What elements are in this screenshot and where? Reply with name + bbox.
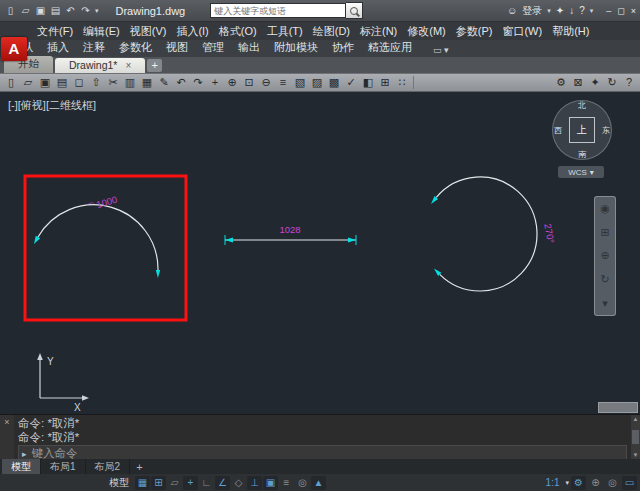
navigation-wheel-icon[interactable]: ◉ xyxy=(600,202,610,215)
plot-icon[interactable]: ▤ xyxy=(54,75,70,90)
ribbon-tab[interactable]: 管理 xyxy=(195,38,231,57)
app-store-icon[interactable]: ✦ xyxy=(556,5,564,16)
designcenter-icon[interactable]: ▧ xyxy=(292,75,308,90)
save-icon[interactable]: ▣ xyxy=(34,4,47,17)
menu-item[interactable]: 帮助(H) xyxy=(547,22,594,41)
zoom-window-icon[interactable]: ⊡ xyxy=(241,75,257,90)
ribbon-tab[interactable]: 参数化 xyxy=(112,38,159,57)
selection-cycling-icon[interactable]: ◎ xyxy=(295,476,310,490)
zoom-icon[interactable]: ⊕ xyxy=(600,249,609,262)
scrollbar-thumb[interactable] xyxy=(632,430,639,444)
viewcube-east-label[interactable]: 东 xyxy=(602,125,610,136)
new-icon[interactable]: ▯ xyxy=(3,75,19,90)
arc-length-dimension[interactable]: ⌒ 1000 xyxy=(86,194,119,213)
infocenter-icon[interactable]: ✦ xyxy=(587,75,603,90)
help-caret-icon[interactable]: ▾ xyxy=(590,7,594,15)
redo-icon[interactable]: ↷ xyxy=(190,75,206,90)
viewcube-top-face[interactable]: 上 xyxy=(569,117,595,143)
canvas-scrollbar-corner[interactable] xyxy=(598,402,638,413)
arc-grip-arrow-right[interactable] xyxy=(156,270,160,278)
ortho-icon[interactable]: ∟ xyxy=(199,476,214,490)
file-tab-close-icon[interactable]: × xyxy=(125,60,131,71)
scale-caret-icon[interactable]: ▾ xyxy=(565,479,569,487)
ribbon-tab[interactable]: 插入 xyxy=(40,38,76,57)
matchprop-icon[interactable]: ✎ xyxy=(156,75,172,90)
viewcube-west-label[interactable]: 西 xyxy=(554,125,562,136)
download-icon[interactable]: ↓ xyxy=(569,5,574,16)
cut-icon[interactable]: ✂ xyxy=(105,75,121,90)
osnap-tracking-icon[interactable]: ⊥ xyxy=(247,476,262,490)
scroll-down-icon[interactable]: ▼ xyxy=(633,452,639,458)
zoom-realtime-icon[interactable]: ⊕ xyxy=(224,75,240,90)
maximize-button[interactable]: ◻ xyxy=(617,6,624,16)
minimize-button[interactable]: – xyxy=(606,6,611,16)
ribbon-tab[interactable]: 输出 xyxy=(231,38,267,57)
snap-icon[interactable]: ⊞ xyxy=(151,476,166,490)
polar-tracking-icon[interactable]: ∠ xyxy=(215,476,230,490)
command-scrollbar[interactable]: ▲ ▼ xyxy=(631,415,640,459)
angular-dimension[interactable]: 270° xyxy=(542,223,556,244)
arc-entity-small[interactable] xyxy=(38,205,158,270)
search-input[interactable] xyxy=(210,3,346,18)
command-panel-grip[interactable]: × xyxy=(0,415,14,459)
grid-icon[interactable]: ▦ xyxy=(135,476,150,490)
open-icon[interactable]: ▱ xyxy=(19,4,32,17)
pan-icon[interactable]: ⊞ xyxy=(600,226,609,239)
layout-tab-model[interactable]: 模型 xyxy=(2,459,41,475)
application-button[interactable]: A xyxy=(1,37,27,61)
help-button[interactable]: ? xyxy=(579,5,585,16)
close-button[interactable]: × xyxy=(631,6,636,16)
lock-ui-icon[interactable]: ⊠ xyxy=(570,75,586,90)
status-model-label[interactable]: 模型 xyxy=(109,476,129,490)
annotation-scale-label[interactable]: 1:1 xyxy=(542,477,564,488)
menu-item[interactable]: 参数(P) xyxy=(451,22,498,41)
pan-icon[interactable]: + xyxy=(207,75,223,90)
viewport-controls-label[interactable]: [-][俯视][二维线框] xyxy=(8,98,96,113)
preview-icon[interactable]: ◻ xyxy=(71,75,87,90)
zoom-previous-icon[interactable]: ⊖ xyxy=(258,75,274,90)
save-icon[interactable]: ▣ xyxy=(37,75,53,90)
tool-palettes-icon[interactable]: ▨ xyxy=(309,75,325,90)
orbit-icon[interactable]: ↻ xyxy=(600,273,609,286)
sheetset-icon[interactable]: ▩ xyxy=(326,75,342,90)
workspace-gear-icon[interactable]: ⚙ xyxy=(571,476,586,490)
help-icon[interactable]: ? xyxy=(621,75,637,90)
fullscreen-icon[interactable]: ▭ xyxy=(622,476,637,490)
ribbon-tab[interactable]: 视图 xyxy=(159,38,195,57)
workspace-icon[interactable]: ⚙ xyxy=(553,75,569,90)
properties-icon[interactable]: ≡ xyxy=(275,75,291,90)
new-icon[interactable]: ▯ xyxy=(4,4,17,17)
layout-tab-layout2[interactable]: 布局2 xyxy=(86,459,131,475)
osnap-icon[interactable]: ▣ xyxy=(263,476,278,490)
undo-icon[interactable]: ↶ xyxy=(173,75,189,90)
new-drawing-tab-button[interactable]: + xyxy=(147,59,162,72)
markup-icon[interactable]: ✓ xyxy=(343,75,359,90)
layout-tab-layout1[interactable]: 布局1 xyxy=(41,459,86,475)
publish-icon[interactable]: ⇧ xyxy=(88,75,104,90)
file-tab-drawing1[interactable]: Drawing1* × xyxy=(55,58,145,73)
menu-item[interactable]: 窗口(W) xyxy=(497,22,547,41)
annotation-visibility-icon[interactable]: ▲ xyxy=(311,476,326,490)
plot-icon[interactable]: ▤ xyxy=(49,4,62,17)
lineweight-icon[interactable]: ≡ xyxy=(279,476,294,490)
calculator-icon[interactable]: ⊞ xyxy=(377,75,393,90)
infer-constraints-icon[interactable]: ▱ xyxy=(167,476,182,490)
ribbon-tab[interactable]: 注释 xyxy=(76,38,112,57)
undo-icon[interactable]: ↶ xyxy=(64,4,77,17)
block-editor-icon[interactable]: ◧ xyxy=(360,75,376,90)
wcs-menu[interactable]: WCS ▾ xyxy=(558,166,604,178)
ribbon-tab[interactable]: 精选应用 xyxy=(361,38,419,57)
open-icon[interactable]: ▱ xyxy=(20,75,36,90)
command-close-icon[interactable]: × xyxy=(4,417,9,427)
isolate-objects-icon[interactable]: ◎ xyxy=(605,476,620,490)
arc-grip-arrow-left[interactable] xyxy=(34,236,40,244)
linear-dimension-value[interactable]: 1028 xyxy=(279,224,300,235)
copy-icon[interactable]: ▥ xyxy=(122,75,138,90)
ribbon-tab[interactable]: 协作 xyxy=(325,38,361,57)
isodraft-icon[interactable]: ◇ xyxy=(231,476,246,490)
viewcube-north-label[interactable]: 北 xyxy=(578,100,586,111)
dynamic-input-icon[interactable]: + xyxy=(183,476,198,490)
refresh-icon[interactable]: ↻ xyxy=(604,75,620,90)
drawing-area[interactable]: [-][俯视][二维线框] 北 南 西 东 上 WCS ▾ ◉⊞⊕↻▾ ⌒ xyxy=(0,92,640,414)
arc-entity-large[interactable] xyxy=(436,177,537,291)
